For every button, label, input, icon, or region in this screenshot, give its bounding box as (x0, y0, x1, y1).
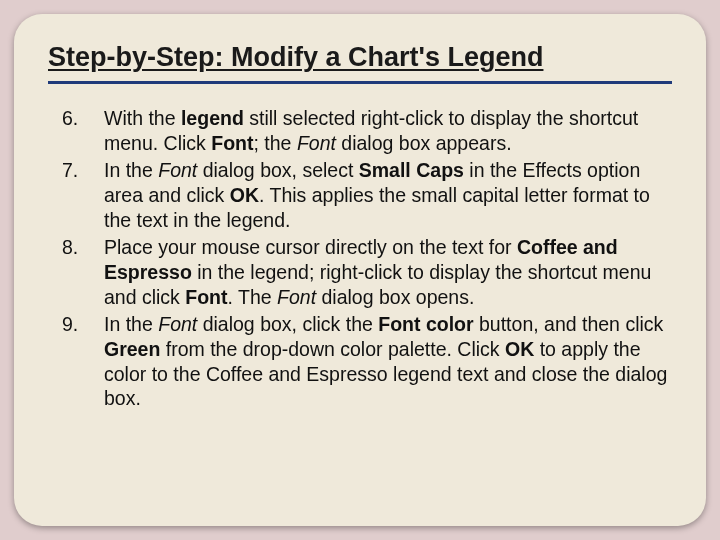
bold-font: Font (211, 132, 253, 154)
italic-font: Font (277, 286, 316, 308)
text: In the (104, 159, 158, 181)
text: button, and then click (474, 313, 664, 335)
page-title: Step-by-Step: Modify a Chart's Legend (48, 42, 672, 84)
slide-card: Step-by-Step: Modify a Chart's Legend Wi… (14, 14, 706, 526)
text: With the (104, 107, 181, 129)
text: from the drop-down color palette. Click (160, 338, 505, 360)
step-8: Place your mouse cursor directly on the … (48, 235, 672, 310)
text: . The (228, 286, 278, 308)
text: dialog box appears. (336, 132, 512, 154)
step-6: With the legend still selected right-cli… (48, 106, 672, 156)
text: In the (104, 313, 158, 335)
text: dialog box, click the (197, 313, 378, 335)
italic-font: Font (297, 132, 336, 154)
step-list: With the legend still selected right-cli… (48, 106, 672, 411)
step-7: In the Font dialog box, select Small Cap… (48, 158, 672, 233)
text: ; the (254, 132, 297, 154)
italic-font: Font (158, 313, 197, 335)
bold-font: Font (185, 286, 227, 308)
bold-small-caps: Small Caps (359, 159, 464, 181)
text: dialog box opens. (316, 286, 474, 308)
bold-ok: OK (230, 184, 259, 206)
bold-font-color: Font color (378, 313, 473, 335)
bold-ok: OK (505, 338, 534, 360)
bold-legend: legend (181, 107, 244, 129)
text: Place your mouse cursor directly on the … (104, 236, 517, 258)
step-9: In the Font dialog box, click the Font c… (48, 312, 672, 412)
bold-green: Green (104, 338, 160, 360)
text: dialog box, select (197, 159, 359, 181)
italic-font: Font (158, 159, 197, 181)
